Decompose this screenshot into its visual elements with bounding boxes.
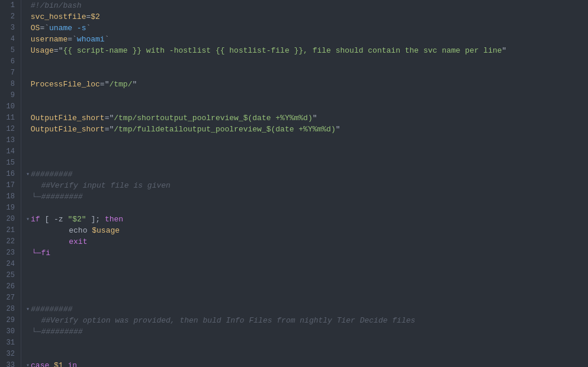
line-spacer	[26, 79, 31, 90]
code-token: exit	[32, 236, 88, 247]
code-token: in	[68, 360, 77, 367]
code-line	[26, 101, 588, 112]
code-token: └─#########	[32, 191, 83, 202]
code-line	[26, 67, 588, 79]
code-token: ProcessFile_loc	[31, 79, 100, 90]
line-number: 24	[5, 259, 15, 270]
fold-line-guide	[26, 247, 31, 259]
code-line	[26, 135, 588, 146]
fold-icon[interactable]: ▾	[26, 360, 30, 367]
code-token: #!/bin/bash	[31, 0, 82, 11]
code-token: /tmp/	[109, 79, 132, 90]
line-number: 12	[5, 124, 15, 135]
code-token: OutputFile_short	[31, 112, 105, 124]
line-spacer	[26, 34, 31, 45]
line-number: 1	[5, 0, 15, 11]
line-number: 6	[5, 56, 15, 67]
line-number: 33	[5, 360, 15, 367]
code-line: └─fi	[26, 247, 588, 259]
fold-icon[interactable]: ▾	[26, 214, 30, 225]
code-line	[26, 337, 588, 349]
code-token: `	[86, 22, 91, 34]
line-number: 20	[5, 214, 15, 225]
code-line: #!/bin/bash	[26, 0, 588, 11]
line-number: 32	[5, 349, 15, 360]
fold-line-guide	[26, 326, 31, 337]
code-token: $1	[49, 360, 68, 367]
code-line	[26, 349, 588, 360]
code-line	[26, 157, 588, 169]
code-token: $usage	[92, 225, 120, 236]
line-spacer	[26, 112, 31, 124]
code-line	[26, 146, 588, 157]
line-number: 31	[5, 337, 15, 349]
code-token: =`	[68, 34, 77, 45]
code-line	[26, 270, 588, 281]
line-number: 15	[5, 157, 15, 169]
line-number: 26	[5, 281, 15, 292]
line-number: 9	[5, 90, 15, 101]
code-token: ="	[100, 79, 110, 90]
line-spacer	[26, 157, 31, 169]
line-spacer	[26, 270, 31, 281]
code-token: /tmp/fulldetailoutput_poolreview_$(date …	[114, 124, 335, 135]
line-number: 3	[5, 22, 15, 34]
line-spacer	[26, 259, 31, 270]
code-line: ▾if [ -z "$2" ]; then	[26, 214, 588, 225]
code-token: if	[31, 214, 40, 225]
line-spacer	[26, 349, 31, 360]
code-line	[26, 202, 588, 214]
code-token: Usage	[31, 45, 54, 56]
code-token: #########	[31, 304, 72, 315]
code-line: ▾#########	[26, 169, 588, 180]
code-content: #!/bin/bash svc_hostfile=$2 OS=`uname -s…	[21, 0, 588, 367]
line-number: 14	[5, 146, 15, 157]
code-line	[26, 90, 588, 101]
fold-icon[interactable]: ▾	[26, 169, 30, 180]
line-spacer	[26, 101, 31, 112]
code-token: echo	[32, 225, 92, 236]
line-number: 8	[5, 79, 15, 90]
code-token: ="	[105, 112, 114, 124]
line-spacer	[26, 146, 31, 157]
code-line: echo $usage	[26, 225, 588, 236]
code-token: └─#########	[32, 326, 83, 337]
code-line: Usage="{{ script-name }} with -hostlist …	[26, 45, 588, 56]
code-line: OutputFile_short="/tmp/shortoutput_poolr…	[26, 112, 588, 124]
line-numbers: 1234567891011121314151617181920212223242…	[0, 0, 21, 367]
code-token: #########	[31, 169, 72, 180]
line-number: 7	[5, 67, 15, 79]
line-number: 28	[5, 304, 15, 315]
code-token: ##Verify input file is given	[32, 180, 171, 191]
line-spacer	[26, 45, 31, 56]
line-spacer	[26, 337, 31, 349]
line-number: 27	[5, 292, 15, 304]
fold-line-guide	[26, 180, 31, 191]
fold-icon[interactable]: ▾	[26, 304, 30, 315]
code-token: =`	[40, 22, 49, 34]
code-line: OS=`uname -s`	[26, 22, 588, 34]
line-number: 18	[5, 191, 15, 202]
code-line: OutputFile_short="/tmp/fulldetailoutput_…	[26, 124, 588, 135]
line-number: 2	[5, 11, 15, 22]
line-number: 30	[5, 326, 15, 337]
line-number: 11	[5, 112, 15, 124]
line-spacer	[26, 281, 31, 292]
code-token: "	[336, 124, 340, 135]
code-line	[26, 259, 588, 270]
code-line: ▾case $1 in	[26, 360, 588, 367]
line-spacer	[26, 124, 31, 135]
code-token: case	[31, 360, 49, 367]
code-token: ="	[54, 45, 63, 56]
code-token: [ -z	[40, 214, 68, 225]
line-spacer	[26, 67, 31, 79]
line-number: 22	[5, 236, 15, 247]
line-number: 29	[5, 315, 15, 326]
fold-line-guide	[26, 191, 31, 202]
code-line: username=`whoami`	[26, 34, 588, 45]
line-number: 17	[5, 180, 15, 191]
line-spacer	[26, 22, 31, 34]
code-token: then	[105, 214, 123, 225]
line-number: 5	[5, 45, 15, 56]
code-line: └─#########	[26, 191, 588, 202]
